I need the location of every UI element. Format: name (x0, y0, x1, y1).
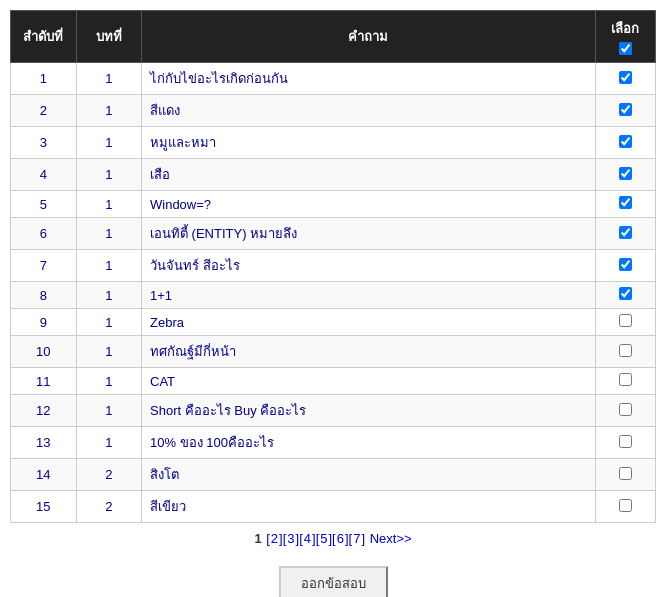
header-num: สำดับที่ (11, 11, 77, 63)
select-all-checkbox[interactable] (619, 42, 632, 55)
table-row: 61เอนทิตี้ (ENTITY) หมายลึง (11, 218, 656, 250)
cell-lesson: 1 (76, 127, 142, 159)
cell-checkbox[interactable] (595, 336, 655, 368)
pagination-page[interactable]: 4 (304, 531, 311, 546)
table-row: 91Zebra (11, 309, 656, 336)
cell-question: หมูและหมา (142, 127, 596, 159)
cell-checkbox[interactable] (595, 395, 655, 427)
pagination-page[interactable]: 7 (353, 531, 360, 546)
cell-checkbox[interactable] (595, 127, 655, 159)
cell-checkbox[interactable] (595, 191, 655, 218)
cell-question: เอนทิตี้ (ENTITY) หมายลึง (142, 218, 596, 250)
cell-question: Zebra (142, 309, 596, 336)
row-checkbox[interactable] (619, 167, 632, 180)
cell-num: 6 (11, 218, 77, 250)
row-checkbox[interactable] (619, 435, 632, 448)
header-lesson: บทที่ (76, 11, 142, 63)
cell-question: 10% ของ 100คืออะไร (142, 427, 596, 459)
row-checkbox[interactable] (619, 226, 632, 239)
cell-lesson: 1 (76, 159, 142, 191)
cell-question: สีเขียว (142, 491, 596, 523)
cell-question: สิงโต (142, 459, 596, 491)
cell-num: 12 (11, 395, 77, 427)
cell-lesson: 1 (76, 368, 142, 395)
row-checkbox[interactable] (619, 403, 632, 416)
pagination-current: 1 (254, 531, 261, 546)
cell-num: 15 (11, 491, 77, 523)
cell-num: 3 (11, 127, 77, 159)
table-row: 21สีแดง (11, 95, 656, 127)
cell-checkbox[interactable] (595, 491, 655, 523)
table-row: 31หมูและหมา (11, 127, 656, 159)
cell-lesson: 1 (76, 95, 142, 127)
main-container: สำดับที่ บทที่ คำถาม เลือก 11ไก่กับไข่อะ… (10, 10, 656, 597)
pagination-next[interactable]: Next>> (370, 531, 412, 546)
header-question: คำถาม (142, 11, 596, 63)
row-checkbox[interactable] (619, 135, 632, 148)
cell-lesson: 1 (76, 191, 142, 218)
cell-checkbox[interactable] (595, 250, 655, 282)
table-row: 11ไก่กับไข่อะไรเกิดก่อนกัน (11, 63, 656, 95)
row-checkbox[interactable] (619, 287, 632, 300)
table-row: 111CAT (11, 368, 656, 395)
cell-checkbox[interactable] (595, 459, 655, 491)
cell-question: 1+1 (142, 282, 596, 309)
cell-num: 10 (11, 336, 77, 368)
cell-num: 11 (11, 368, 77, 395)
cell-checkbox[interactable] (595, 368, 655, 395)
cell-checkbox[interactable] (595, 427, 655, 459)
table-row: 51Window=? (11, 191, 656, 218)
cell-question: Short คืออะไร Buy คืออะไร (142, 395, 596, 427)
header-select[interactable]: เลือก (595, 11, 655, 63)
cell-num: 14 (11, 459, 77, 491)
cell-checkbox[interactable] (595, 218, 655, 250)
row-checkbox[interactable] (619, 314, 632, 327)
cell-num: 2 (11, 95, 77, 127)
select-label: เลือก (611, 18, 639, 39)
cell-lesson: 1 (76, 309, 142, 336)
cell-checkbox[interactable] (595, 309, 655, 336)
cell-question: สีแดง (142, 95, 596, 127)
cell-num: 7 (11, 250, 77, 282)
row-checkbox[interactable] (619, 373, 632, 386)
cell-lesson: 1 (76, 250, 142, 282)
pagination-page[interactable]: 5 (320, 531, 327, 546)
cell-lesson: 1 (76, 395, 142, 427)
cell-num: 1 (11, 63, 77, 95)
cell-lesson: 2 (76, 459, 142, 491)
pagination-page[interactable]: 3 (287, 531, 294, 546)
pagination-page[interactable]: 2 (271, 531, 278, 546)
cell-num: 5 (11, 191, 77, 218)
pagination: 1 [2][3][4][5][6][7] Next>> (10, 531, 656, 546)
cell-checkbox[interactable] (595, 95, 655, 127)
row-checkbox[interactable] (619, 196, 632, 209)
cell-lesson: 1 (76, 63, 142, 95)
table-row: 41เสือ (11, 159, 656, 191)
table-row: 142สิงโต (11, 459, 656, 491)
cell-num: 8 (11, 282, 77, 309)
exit-button[interactable]: ออกข้อสอบ (279, 566, 388, 597)
row-checkbox[interactable] (619, 499, 632, 512)
pagination-page[interactable]: 6 (337, 531, 344, 546)
cell-num: 9 (11, 309, 77, 336)
table-row: 13110% ของ 100คืออะไร (11, 427, 656, 459)
cell-question: วันจันทร์ สีอะไร (142, 250, 596, 282)
cell-question: ไก่กับไข่อะไรเกิดก่อนกัน (142, 63, 596, 95)
cell-lesson: 1 (76, 336, 142, 368)
cell-num: 13 (11, 427, 77, 459)
table-row: 101ทศกัณฐ์มีกี่หน้า (11, 336, 656, 368)
cell-question: Window=? (142, 191, 596, 218)
row-checkbox[interactable] (619, 71, 632, 84)
table-row: 811+1 (11, 282, 656, 309)
cell-checkbox[interactable] (595, 63, 655, 95)
row-checkbox[interactable] (619, 103, 632, 116)
row-checkbox[interactable] (619, 258, 632, 271)
row-checkbox[interactable] (619, 467, 632, 480)
cell-lesson: 1 (76, 282, 142, 309)
cell-question: CAT (142, 368, 596, 395)
row-checkbox[interactable] (619, 344, 632, 357)
cell-num: 4 (11, 159, 77, 191)
cell-checkbox[interactable] (595, 282, 655, 309)
cell-checkbox[interactable] (595, 159, 655, 191)
cell-lesson: 1 (76, 218, 142, 250)
